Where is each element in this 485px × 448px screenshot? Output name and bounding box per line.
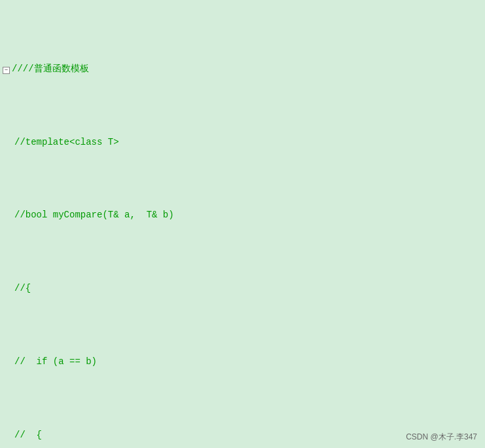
line-text-4: //{ (14, 281, 31, 295)
code-block: − ////普通函数模板 //template<class T> //bool … (0, 0, 485, 448)
code-line-2: //template<class T> (0, 135, 485, 149)
line-text-2: //template<class T> (14, 135, 119, 149)
fold-button-1[interactable]: − (3, 67, 10, 74)
line-text-5: // if (a == b) (14, 354, 97, 369)
code-line-1: − ////普通函数模板 (0, 62, 485, 76)
code-editor: − ////普通函数模板 //template<class T> //bool … (0, 0, 485, 448)
code-line-3: //bool myCompare(T& a, T& b) (0, 208, 485, 222)
code-line-4: //{ (0, 281, 485, 295)
line-text-1: ////普通函数模板 (12, 62, 89, 76)
watermark: CSDN @木子.李347 (406, 432, 477, 443)
code-line-5: // if (a == b) (0, 354, 485, 369)
line-text-6: // { (14, 428, 42, 442)
line-text-3: //bool myCompare(T& a, T& b) (14, 208, 174, 222)
